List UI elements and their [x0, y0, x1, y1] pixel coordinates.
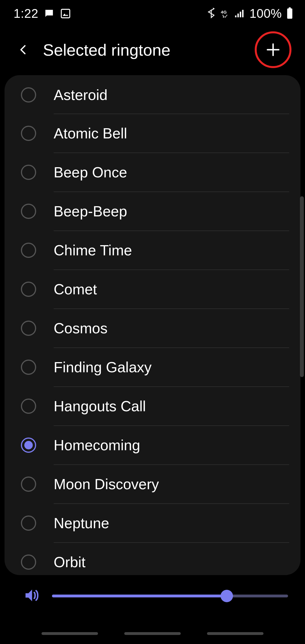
ringtone-list[interactable]: AsteroidAtomic BellBeep OnceBeep-BeepChi…	[5, 75, 300, 575]
radio-button[interactable]	[21, 126, 36, 141]
ringtone-row[interactable]: Cosmos	[5, 309, 300, 347]
radio-button[interactable]	[21, 477, 36, 492]
radio-button[interactable]	[21, 399, 36, 414]
ringtone-label: Asteroid	[54, 86, 108, 103]
ringtone-row[interactable]: Finding Galaxy	[5, 348, 300, 386]
svg-rect-2	[287, 8, 292, 19]
ringtone-row[interactable]: Neptune	[5, 504, 300, 542]
battery-text: 100%	[249, 6, 282, 21]
plus-icon	[265, 41, 282, 58]
scrollbar-thumb[interactable]	[300, 196, 304, 377]
volume-slider-fill	[52, 595, 227, 597]
ringtone-label: Moon Discovery	[54, 476, 159, 493]
ringtone-row[interactable]: Orbit	[5, 543, 300, 575]
page-title: Selected ringtone	[43, 40, 170, 59]
radio-button[interactable]	[21, 554, 36, 570]
ringtone-label: Hangouts Call	[54, 398, 146, 415]
status-right: 4G 100%	[206, 6, 294, 21]
nav-home[interactable]	[124, 632, 181, 635]
ringtone-row[interactable]: Comet	[5, 270, 300, 308]
ringtone-label: Neptune	[54, 515, 109, 532]
nav-recents[interactable]	[42, 632, 98, 635]
ringtone-label: Beep Once	[54, 164, 127, 181]
radio-button[interactable]	[21, 243, 36, 258]
radio-button[interactable]	[21, 165, 36, 180]
svg-rect-3	[289, 7, 291, 9]
image-icon	[60, 8, 71, 19]
volume-slider-thumb[interactable]	[221, 590, 233, 602]
status-left: 1:22	[14, 6, 71, 21]
nav-back[interactable]	[207, 632, 263, 635]
back-button[interactable]	[14, 37, 33, 62]
gesture-nav-bar	[0, 629, 305, 638]
chevron-left-icon	[18, 41, 29, 58]
battery-icon	[286, 7, 294, 20]
ringtone-label: Homecoming	[54, 437, 140, 454]
ringtone-row[interactable]: Homecoming	[5, 426, 300, 464]
ringtone-label: Atomic Bell	[54, 125, 127, 142]
ringtone-row[interactable]: Beep-Beep	[5, 192, 300, 230]
volume-icon	[23, 587, 40, 605]
radio-button[interactable]	[21, 360, 36, 375]
ringtone-label: Cosmos	[54, 320, 108, 337]
ringtone-label: Orbit	[54, 554, 86, 571]
svg-text:4G: 4G	[221, 10, 227, 14]
radio-button[interactable]	[21, 282, 36, 297]
radio-button[interactable]	[21, 204, 36, 219]
ringtone-row[interactable]: Chime Time	[5, 231, 300, 269]
ringtone-row[interactable]: Hangouts Call	[5, 387, 300, 425]
radio-button[interactable]	[21, 515, 36, 531]
header: Selected ringtone	[0, 27, 305, 72]
ringtone-row[interactable]: Beep Once	[5, 153, 300, 192]
network-4g-icon: 4G	[220, 8, 230, 19]
status-time: 1:22	[14, 6, 38, 21]
ringtone-label: Chime Time	[54, 242, 132, 259]
add-button[interactable]	[255, 31, 291, 68]
status-bar: 1:22 4G 100%	[0, 0, 305, 27]
ringtone-label: Comet	[54, 281, 97, 298]
ringtone-row[interactable]: Asteroid	[5, 75, 300, 114]
svg-rect-0	[61, 9, 70, 18]
bluetooth-icon	[206, 8, 216, 19]
radio-button[interactable]	[21, 321, 36, 336]
ringtone-label: Finding Galaxy	[54, 359, 152, 376]
signal-icon	[234, 8, 245, 19]
volume-control	[23, 585, 288, 607]
message-icon	[43, 8, 55, 19]
volume-slider[interactable]	[52, 595, 288, 597]
ringtone-row[interactable]: Moon Discovery	[5, 465, 300, 503]
ringtone-row[interactable]: Atomic Bell	[5, 114, 300, 153]
radio-button[interactable]	[21, 87, 36, 103]
radio-button[interactable]	[21, 438, 36, 453]
ringtone-label: Beep-Beep	[54, 203, 127, 220]
